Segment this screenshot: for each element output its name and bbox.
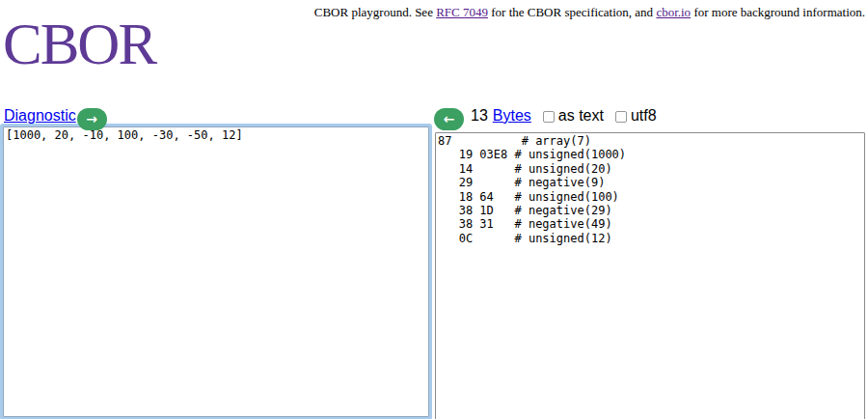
encode-button[interactable]: → xyxy=(77,108,107,130)
caption-text-mid: for the CBOR specification, and xyxy=(488,5,656,19)
caption-text-post: for more background information. xyxy=(691,5,865,19)
diagnostic-textarea[interactable] xyxy=(3,126,429,417)
caption-text-pre: CBOR playground. See xyxy=(314,5,436,19)
byte-count: 13 xyxy=(471,107,488,125)
cbor-logo: CBOR xyxy=(3,14,155,75)
decode-button[interactable]: ← xyxy=(434,108,464,130)
bytes-textarea[interactable] xyxy=(435,132,865,419)
as-text-checkbox[interactable] xyxy=(543,111,555,123)
diagnostic-link[interactable]: Diagnostic xyxy=(4,107,76,125)
utf8-label: utf8 xyxy=(631,107,657,125)
right-arrow-icon: → xyxy=(86,111,97,126)
utf8-checkbox[interactable] xyxy=(615,111,627,123)
bytes-panel-header: ← 13 Bytes as text utf8 xyxy=(434,104,657,127)
rfc-7049-link[interactable]: RFC 7049 xyxy=(436,5,488,19)
utf8-option[interactable]: utf8 xyxy=(615,107,657,125)
cbor-io-link[interactable]: cbor.io xyxy=(656,5,691,19)
as-text-option[interactable]: as text xyxy=(543,107,604,125)
bytes-link[interactable]: Bytes xyxy=(493,107,531,125)
diagnostic-panel-header: Diagnostic → xyxy=(4,104,107,127)
as-text-label: as text xyxy=(558,107,604,125)
left-arrow-icon: ← xyxy=(444,111,455,126)
